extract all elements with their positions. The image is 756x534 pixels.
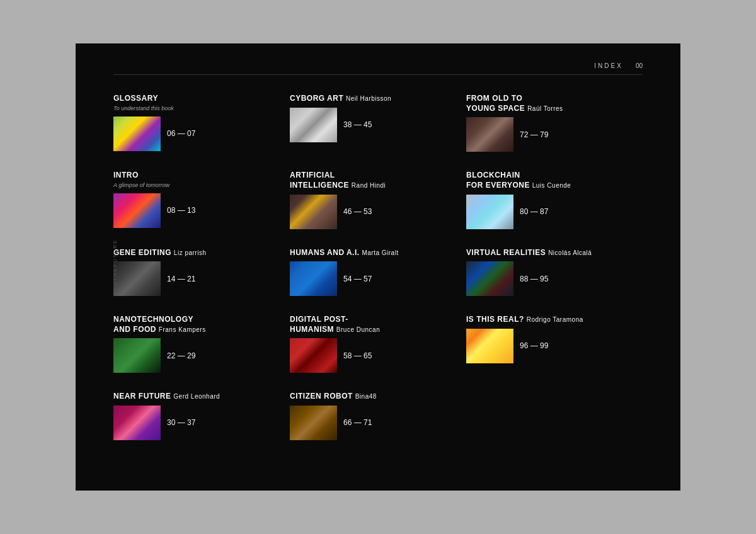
entry-pages: 96 — 99 <box>520 341 548 350</box>
entry-pages: 72 — 79 <box>520 130 548 139</box>
entry-title: ARTIFICIALINTELLIGENCE Rand Hindi <box>290 171 454 190</box>
entry-pages: 08 — 13 <box>167 206 195 215</box>
entry-subtitle: To understand this book <box>113 105 277 111</box>
entry-title: GENE EDITING Liz parrish <box>113 248 277 258</box>
entry-virtual[interactable]: VIRTUAL REALITIES Nicolás Alcalá 88 — 95 <box>466 248 643 315</box>
entry-pages: 14 — 21 <box>167 275 195 283</box>
entry-thumbnail <box>113 338 161 373</box>
entry-thumbnail <box>290 338 337 373</box>
entry-title: FROM OLD TOYOUNG SPACE Raúl Torres <box>466 94 630 113</box>
entry-author: Frans Kampers <box>159 326 206 333</box>
entry-author: Bina48 <box>355 393 377 400</box>
entry-title: HUMANS AND A.I. Marta Giralt <box>290 248 454 258</box>
entry-gene[interactable]: GENE EDITING Liz parrish 14 — 21 <box>113 248 290 315</box>
entry-thumbnail <box>113 193 161 228</box>
entry-humans[interactable]: HUMANS AND A.I. Marta Giralt 54 — 57 <box>290 248 466 315</box>
entry-title: BLOCKCHAINFOR EVERYONE Luis Cuende <box>466 171 630 190</box>
entry-title: VIRTUAL REALITIES Nicolás Alcalá <box>466 248 630 258</box>
entry-cyborg[interactable]: CYBORG ART Neil Harbisson 38 — 45 <box>290 94 466 171</box>
entry-thumbnail <box>466 329 513 363</box>
entry-pages: 80 — 87 <box>520 207 548 216</box>
entry-thumbnail <box>466 195 513 229</box>
thumb-row: 66 — 71 <box>290 406 454 440</box>
entry-pages: 54 — 57 <box>343 275 372 283</box>
thumb-row: 06 — 07 <box>113 116 277 151</box>
entry-subtitle: A glimpse of tomorrow <box>113 182 277 188</box>
entry-pages: 46 — 53 <box>343 207 372 216</box>
entry-thumbnail <box>466 117 513 152</box>
entry-pages: 06 — 07 <box>167 129 195 138</box>
page-number: 00 <box>636 62 643 69</box>
entry-isthisreal[interactable]: IS THIS REAL? Rodrigo Taramona 96 — 99 <box>466 315 643 392</box>
entry-pages: 88 — 95 <box>520 275 548 283</box>
content-grid: GLOSSARY To understand this book 06 — 07… <box>113 94 643 459</box>
entry-thumbnail <box>290 108 337 142</box>
entry-author: Raúl Torres <box>527 105 563 112</box>
thumb-row: 96 — 99 <box>466 329 630 363</box>
entry-author: Luis Cuende <box>532 182 571 189</box>
entry-author: Marta Giralt <box>362 249 398 256</box>
entry-pages: 22 — 29 <box>167 351 195 360</box>
entry-title: NANOTECHNOLOGYAND FOOD Frans Kampers <box>113 315 277 334</box>
entry-thumbnail <box>290 195 337 229</box>
sidebar-text: #DOTHEFUTURE <box>112 239 118 295</box>
entry-intro[interactable]: INTRO A glimpse of tomorrow 08 — 13 <box>113 171 290 247</box>
entry-thumbnail <box>113 261 161 296</box>
thumb-row: 46 — 53 <box>290 195 454 229</box>
entry-pages: 38 — 45 <box>343 120 372 129</box>
entry-title: CITIZEN ROBOT Bina48 <box>290 392 454 402</box>
entry-title: DIGITAL POST-HUMANISM Bruce Duncan <box>290 315 454 334</box>
header: INDEX 00 <box>113 62 643 75</box>
thumb-row: 22 — 29 <box>113 338 277 373</box>
entry-citizen[interactable]: CITIZEN ROBOT Bina48 66 — 71 <box>290 392 466 459</box>
entry-title: GLOSSARY <box>113 94 277 104</box>
entry-glossary[interactable]: GLOSSARY To understand this book 06 — 07 <box>113 94 290 171</box>
page: #DOTHEFUTURE INDEX 00 GLOSSARY To unders… <box>76 43 680 491</box>
entry-author: Liz parrish <box>174 249 207 256</box>
entry-old-young[interactable]: FROM OLD TOYOUNG SPACE Raúl Torres 72 — … <box>466 94 643 171</box>
entry-title: CYBORG ART Neil Harbisson <box>290 94 454 104</box>
thumb-row: 30 — 37 <box>113 406 277 440</box>
entry-pages: 30 — 37 <box>167 418 195 427</box>
entry-author: Gerd Leonhard <box>173 393 220 400</box>
entry-thumbnail <box>290 261 337 296</box>
entry-thumbnail <box>290 406 337 440</box>
entry-title: IS THIS REAL? Rodrigo Taramona <box>466 315 630 325</box>
entry-thumbnail <box>466 261 513 296</box>
entry-author: Rodrigo Taramona <box>527 316 583 323</box>
thumb-row: 54 — 57 <box>290 261 454 296</box>
entry-thumbnail <box>113 406 161 440</box>
thumb-row: 88 — 95 <box>466 261 630 296</box>
thumb-row: 08 — 13 <box>113 193 277 228</box>
entry-ai[interactable]: ARTIFICIALINTELLIGENCE Rand Hindi 46 — 5… <box>290 171 466 247</box>
entry-thumbnail <box>113 116 161 151</box>
entry-author: Rand Hindi <box>352 182 386 189</box>
entry-title: NEAR FUTURE Gerd Leonhard <box>113 392 277 402</box>
entry-nano[interactable]: NANOTECHNOLOGYAND FOOD Frans Kampers 22 … <box>113 315 290 392</box>
entry-author: Bruce Duncan <box>336 326 380 333</box>
thumb-row: 58 — 65 <box>290 338 454 373</box>
entry-nearfuture[interactable]: NEAR FUTURE Gerd Leonhard 30 — 37 <box>113 392 290 459</box>
entry-pages: 58 — 65 <box>343 351 372 360</box>
entry-title: INTRO <box>113 171 277 181</box>
index-label: INDEX <box>594 62 623 69</box>
thumb-row: 80 — 87 <box>466 195 630 229</box>
entry-author: Nicolás Alcalá <box>548 249 592 256</box>
thumb-row: 14 — 21 <box>113 261 277 296</box>
thumb-row: 38 — 45 <box>290 108 454 142</box>
entry-blockchain[interactable]: BLOCKCHAINFOR EVERYONE Luis Cuende 80 — … <box>466 171 643 247</box>
entry-author: Neil Harbisson <box>346 95 391 102</box>
entry-digital[interactable]: DIGITAL POST-HUMANISM Bruce Duncan 58 — … <box>290 315 466 392</box>
entry-pages: 66 — 71 <box>343 418 372 427</box>
thumb-row: 72 — 79 <box>466 117 630 152</box>
